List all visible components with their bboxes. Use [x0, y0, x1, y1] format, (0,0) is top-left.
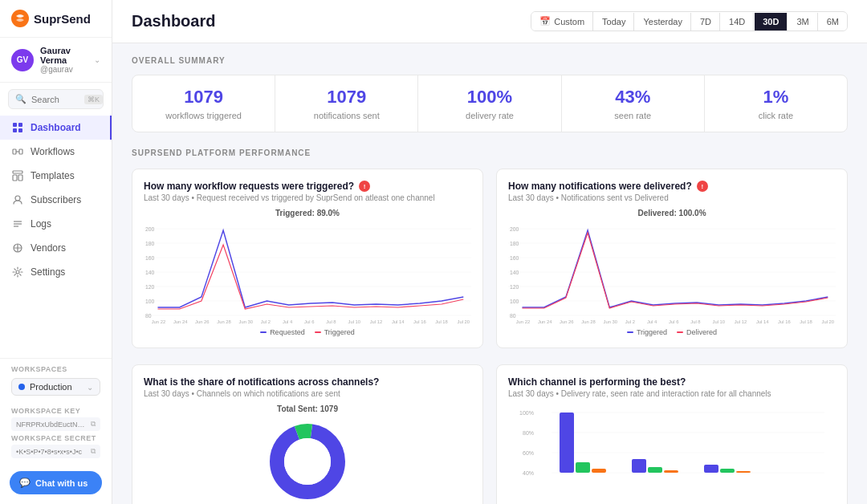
svg-rect-3 — [13, 128, 17, 132]
summary-card-seen: 43% seen rate — [562, 75, 705, 132]
sidebar-item-templates[interactable]: Templates — [0, 164, 112, 188]
seen-value: 43% — [575, 87, 691, 108]
sidebar-item-subscribers[interactable]: Subscribers — [0, 188, 112, 212]
summary-cards: 1079 workflows triggered 1079 notificati… — [132, 75, 848, 132]
chat-button[interactable]: 💬 Chat with us — [10, 471, 102, 494]
svg-text:Jun 22: Jun 22 — [516, 319, 530, 324]
svg-rect-6 — [19, 149, 22, 154]
svg-text:Jul 2: Jul 2 — [261, 319, 271, 324]
svg-point-77 — [284, 438, 331, 485]
legend-triggered-label: Triggered — [324, 328, 355, 336]
sidebar-item-subscribers-label: Subscribers — [31, 194, 81, 205]
workflows-desc: workflows triggered — [145, 111, 262, 120]
sidebar-item-vendors[interactable]: Vendors — [0, 236, 112, 260]
summary-card-workflows: 1079 workflows triggered — [132, 75, 275, 132]
date-filter-14d[interactable]: 14D — [721, 13, 754, 30]
legend-delivered-dot — [677, 331, 683, 333]
avatar: GV — [11, 49, 34, 71]
svg-text:Jul 14: Jul 14 — [756, 319, 769, 324]
svg-rect-9 — [13, 175, 17, 181]
copy-key-icon[interactable]: ⧉ — [91, 420, 96, 429]
workspace-key-value: NFRPRxUbdEuctN8R9WCb ⧉ — [11, 417, 100, 431]
chart4-subtitle: Last 30 days • Delivery rate, seen rate … — [508, 389, 836, 398]
sidebar-item-vendors-label: Vendors — [31, 242, 66, 254]
charts-row-top: How many workflow requests were triggere… — [132, 169, 848, 348]
logo-area: SuprSend — [0, 0, 112, 38]
logo-text: SuprSend — [34, 12, 91, 26]
search-input[interactable] — [31, 95, 79, 104]
svg-text:Jul 10: Jul 10 — [713, 319, 726, 324]
svg-point-16 — [16, 270, 19, 274]
search-bar[interactable]: 🔍 ⌘K — [8, 89, 104, 109]
logs-icon — [11, 217, 24, 230]
svg-text:200: 200 — [510, 226, 519, 232]
summary-card-delivery: 100% delivery rate — [418, 75, 561, 132]
bar-email-seen — [576, 462, 590, 473]
legend-triggered-dot — [315, 331, 321, 333]
templates-icon — [11, 169, 24, 182]
top-bar: Dashboard 📅 Custom Today Yesterday 7D 14… — [112, 0, 867, 43]
sidebar-item-templates-label: Templates — [31, 170, 75, 181]
svg-text:Jul 16: Jul 16 — [778, 319, 791, 324]
chart2-svg: 200 180 160 140 120 100 80 Jun 22 Jun 24 — [508, 221, 836, 325]
svg-text:Jun 24: Jun 24 — [538, 319, 552, 324]
date-filters: 📅 Custom Today Yesterday 7D 14D 30D 3M 6… — [531, 11, 848, 31]
donut-chart — [267, 421, 348, 502]
notifications-value: 1079 — [288, 87, 405, 108]
notifications-desc: notifications sent — [288, 111, 405, 120]
workspace-key-label: WORKSPACE KEY — [11, 407, 100, 415]
sidebar-item-dashboard[interactable]: Dashboard — [0, 116, 112, 140]
legend-triggered: Triggered — [315, 328, 355, 336]
date-filter-7d[interactable]: 7D — [692, 13, 720, 30]
workflows-value: 1079 — [145, 87, 262, 108]
sidebar-item-logs[interactable]: Logs — [0, 212, 112, 236]
date-filter-custom[interactable]: 📅 Custom — [531, 12, 593, 30]
svg-text:Jul 6: Jul 6 — [669, 319, 679, 324]
svg-text:Jul 6: Jul 6 — [304, 319, 315, 324]
date-filter-3m[interactable]: 3M — [788, 13, 817, 30]
chart2-badge: ! — [697, 181, 708, 192]
svg-text:Jul 20: Jul 20 — [458, 319, 470, 324]
dashboard-icon — [11, 121, 24, 134]
svg-text:180: 180 — [145, 241, 154, 246]
summary-section-title: OVERALL SUMMARY — [132, 56, 848, 65]
bar-email-click — [592, 469, 606, 473]
svg-text:Jul 4: Jul 4 — [283, 319, 293, 324]
date-filter-6m[interactable]: 6M — [819, 13, 847, 30]
user-handle: @gaurav — [40, 65, 88, 74]
chart2-subtitle: Last 30 days • Notifications sent vs Del… — [508, 193, 836, 202]
donut-area — [144, 417, 471, 502]
summary-card-notifications: 1079 notifications sent — [275, 75, 418, 132]
svg-text:Jun 26: Jun 26 — [560, 319, 574, 324]
svg-text:Jul 12: Jul 12 — [370, 319, 383, 324]
svg-text:Jun 30: Jun 30 — [239, 319, 254, 324]
settings-icon — [11, 266, 24, 278]
svg-text:120: 120 — [510, 284, 519, 290]
chat-icon: 💬 — [19, 478, 31, 488]
user-profile[interactable]: GV Gaurav Verma @gaurav ⌄ — [0, 38, 112, 83]
svg-rect-90 — [720, 469, 735, 473]
svg-text:140: 140 — [510, 270, 519, 275]
suprsend-logo-icon — [11, 10, 29, 27]
date-filter-today[interactable]: Today — [594, 13, 634, 30]
user-info: Gaurav Verma @gaurav — [40, 46, 88, 74]
svg-text:140: 140 — [145, 270, 154, 275]
svg-text:160: 160 — [145, 255, 154, 261]
svg-text:80: 80 — [510, 313, 516, 319]
workspace-selector[interactable]: Production ⌄ — [11, 378, 100, 396]
svg-text:Jul 2: Jul 2 — [625, 319, 635, 324]
bar-chart-area: 100% 80% 60% 40% — [508, 404, 836, 485]
copy-secret-icon[interactable]: ⧉ — [91, 447, 96, 456]
chart1-question: How many workflow requests were triggere… — [144, 181, 471, 192]
svg-text:200: 200 — [145, 226, 154, 232]
legend-requested-label: Requested — [270, 328, 305, 336]
sidebar-item-workflows[interactable]: Workflows — [0, 140, 112, 164]
bar-chart-svg: 100% 80% 60% 40% — [508, 404, 836, 501]
sidebar-item-settings[interactable]: Settings — [0, 260, 112, 284]
date-filter-30d[interactable]: 30D — [755, 13, 788, 30]
workspace-label: WORKSPACES — [11, 365, 100, 373]
date-filter-yesterday[interactable]: Yesterday — [635, 13, 691, 30]
page-title: Dashboard — [132, 12, 215, 30]
svg-text:160: 160 — [510, 255, 519, 261]
delivery-desc: delivery rate — [431, 111, 547, 120]
